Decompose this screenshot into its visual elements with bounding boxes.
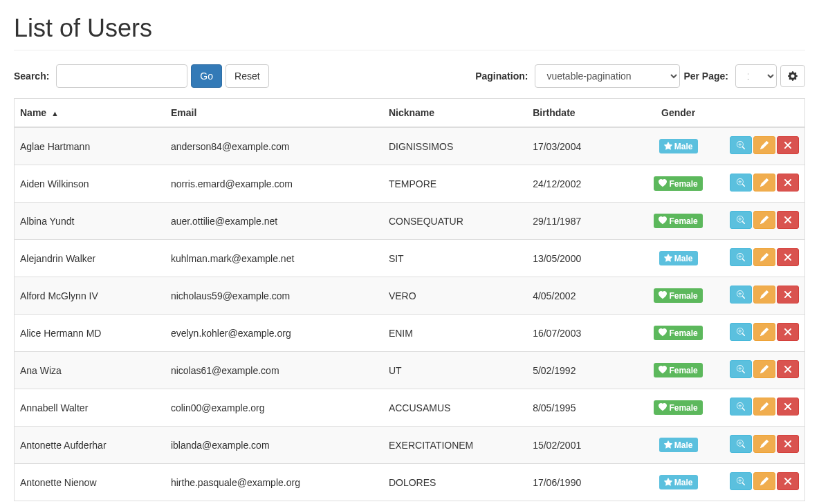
pencil-icon [760,440,769,448]
column-header-birthdate[interactable]: Birthdate [527,99,636,128]
pencil-icon [760,477,769,485]
per-page-select[interactable]: 10 [735,64,777,88]
edit-button[interactable] [753,286,775,304]
star-icon [664,478,672,486]
delete-button[interactable] [777,435,799,453]
cell-gender: Female [636,352,721,389]
delete-button[interactable] [777,472,799,490]
settings-button[interactable] [780,65,805,87]
star-icon [664,254,672,262]
edit-button[interactable] [753,174,775,192]
view-button[interactable] [730,323,752,341]
delete-button[interactable] [777,286,799,304]
zoom-in-icon [737,328,745,336]
table-row: Annabell Waltercolin00@example.orgACCUSA… [15,389,805,427]
cell-name: Antonette Nienow [15,464,165,501]
cell-birthdate: 29/11/1987 [527,203,636,240]
gender-badge-female: Female [654,400,703,414]
cell-nickname: ACCUSAMUS [383,389,527,427]
cell-name: Alejandrin Walker [15,240,165,277]
view-button[interactable] [730,286,752,304]
cell-email: anderson84@example.com [165,127,383,165]
table-row: Ana Wizanicolas61@example.comUT5/02/1992… [15,352,805,389]
gender-badge-male: Male [659,438,698,451]
cell-email: norris.emard@example.com [165,165,383,203]
pencil-icon [760,141,769,149]
remove-icon [784,141,792,149]
remove-icon [784,440,792,448]
divider [14,50,805,50]
gender-badge-male: Male [659,139,698,153]
cell-gender: Male [636,427,721,464]
edit-button[interactable] [753,435,775,453]
table-row: Alejandrin Walkerkuhlman.mark@example.ne… [15,240,805,277]
edit-button[interactable] [753,211,775,229]
edit-button[interactable] [753,398,775,416]
delete-button[interactable] [777,136,799,154]
column-header-email[interactable]: Email [165,99,383,128]
view-button[interactable] [730,248,752,266]
cell-name: Aglae Hartmann [15,127,165,165]
view-button[interactable] [730,136,752,154]
cell-email: evelyn.kohler@example.org [165,315,383,352]
pencil-icon [760,365,769,373]
cell-gender: Female [636,389,721,427]
view-button[interactable] [730,435,752,453]
cell-actions [721,127,805,165]
remove-icon [784,253,792,261]
view-button[interactable] [730,211,752,229]
cell-birthdate: 24/12/2002 [527,165,636,203]
cell-name: Antonette Aufderhar [15,427,165,464]
view-button[interactable] [730,472,752,490]
cell-birthdate: 5/02/1992 [527,352,636,389]
search-input[interactable] [56,64,187,88]
cell-email: kuhlman.mark@example.net [165,240,383,277]
cell-gender: Male [636,240,721,277]
cell-birthdate: 13/05/2000 [527,240,636,277]
delete-button[interactable] [777,323,799,341]
view-button[interactable] [730,360,752,378]
cell-nickname: CONSEQUATUR [383,203,527,240]
zoom-in-icon [737,178,745,187]
delete-button[interactable] [777,360,799,378]
cell-actions [721,427,805,464]
cell-name: Ana Wiza [15,352,165,389]
delete-button[interactable] [777,398,799,416]
edit-button[interactable] [753,248,775,266]
heart-icon [659,291,667,299]
zoom-in-icon [737,402,745,411]
cell-email: nicolas61@example.com [165,352,383,389]
table-row: Alford McGlynn IVnicholaus59@example.com… [15,277,805,315]
column-header-gender[interactable]: Gender [636,99,721,128]
view-button[interactable] [730,174,752,192]
column-header-name[interactable]: Name ▲ [15,99,165,128]
gender-badge-male: Male [659,475,698,489]
star-icon [664,142,672,150]
delete-button[interactable] [777,248,799,266]
go-button[interactable]: Go [191,64,222,88]
page-title: List of Users [14,14,805,43]
column-header-nickname[interactable]: Nickname [383,99,527,128]
cell-nickname: ENIM [383,315,527,352]
edit-button[interactable] [753,360,775,378]
gender-badge-female: Female [654,326,703,339]
sort-asc-icon: ▲ [51,109,59,118]
cell-email: auer.ottilie@example.net [165,203,383,240]
cell-name: Alice Hermann MD [15,315,165,352]
edit-button[interactable] [753,136,775,154]
table-row: Albina Yundtauer.ottilie@example.netCONS… [15,203,805,240]
gender-badge-male: Male [659,251,698,265]
edit-button[interactable] [753,472,775,490]
cell-actions [721,389,805,427]
gender-badge-female: Female [654,288,703,302]
pagination-select[interactable]: vuetable-pagination [535,64,680,88]
reset-button[interactable]: Reset [226,64,269,88]
edit-button[interactable] [753,323,775,341]
zoom-in-icon [737,216,745,224]
view-button[interactable] [730,398,752,416]
remove-icon [784,477,792,485]
zoom-in-icon [737,253,745,261]
delete-button[interactable] [777,174,799,192]
cell-actions [721,352,805,389]
delete-button[interactable] [777,211,799,229]
